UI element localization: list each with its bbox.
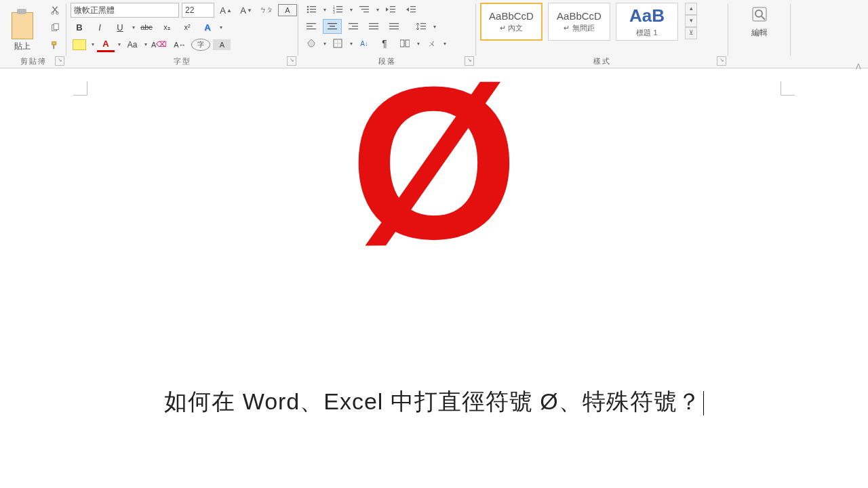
style-sample: AaB [629, 5, 665, 26]
align-right-icon[interactable] [344, 20, 362, 33]
align-left-icon[interactable] [302, 20, 320, 33]
svg-rect-18 [363, 12, 369, 12]
svg-rect-19 [390, 6, 395, 7]
diameter-symbol: Ø [61, 47, 807, 278]
svg-rect-34 [369, 23, 378, 24]
clipboard-group-label: 剪貼簿 [4, 55, 62, 66]
paste-label: 貼上 [4, 41, 41, 52]
svg-rect-39 [389, 28, 399, 29]
svg-rect-38 [389, 26, 399, 26]
document-text-line: 如何在 Word、Excel 中打直徑符號 Ø、特殊符號？ [61, 386, 807, 418]
phonetic-guide-icon[interactable]: ㄅㄆ [258, 3, 275, 17]
svg-text:3: 3 [333, 10, 335, 14]
bold-button[interactable]: B [71, 20, 88, 34]
styles-scroll-up-icon[interactable]: ▴ [685, 3, 697, 15]
decrease-indent-icon[interactable] [382, 3, 399, 16]
italic-button[interactable]: I [91, 20, 108, 34]
strike-button[interactable]: abc [138, 20, 155, 34]
justify-icon[interactable] [365, 20, 382, 33]
paste-button[interactable]: 貼上 [4, 3, 41, 52]
svg-point-6 [307, 9, 309, 11]
style-heading1[interactable]: AaB 標題 1 [616, 3, 678, 41]
svg-rect-37 [389, 23, 399, 24]
cut-icon[interactable] [46, 3, 64, 17]
svg-rect-13 [336, 9, 342, 9]
copy-icon[interactable] [46, 21, 64, 35]
svg-rect-42 [420, 28, 426, 29]
styles-expand-icon[interactable]: ⊻ [685, 27, 697, 39]
svg-rect-5 [310, 6, 316, 7]
svg-rect-24 [410, 12, 416, 12]
svg-rect-21 [390, 12, 395, 12]
styles-scroll-down-icon[interactable]: ▾ [685, 15, 697, 27]
svg-rect-30 [328, 28, 337, 29]
grow-font-icon[interactable]: A▲ [217, 3, 235, 17]
svg-rect-41 [420, 26, 426, 26]
svg-point-4 [307, 6, 309, 8]
svg-rect-3 [54, 23, 58, 29]
underline-button[interactable]: U [111, 20, 129, 34]
svg-rect-25 [307, 23, 316, 24]
svg-rect-29 [330, 26, 335, 26]
svg-point-47 [755, 10, 762, 17]
line-spacing-icon[interactable] [412, 20, 430, 33]
increase-indent-icon[interactable] [402, 3, 420, 16]
document-page[interactable]: Ø 如何在 Word、Excel 中打直徑符號 Ø、特殊符號？ [61, 75, 807, 481]
svg-rect-35 [369, 26, 378, 26]
distribute-icon[interactable] [385, 20, 403, 33]
editing-group-label: 編輯 [751, 27, 768, 39]
svg-rect-31 [349, 23, 358, 24]
svg-rect-23 [410, 9, 416, 9]
svg-rect-22 [410, 6, 416, 7]
svg-rect-40 [420, 23, 426, 24]
superscript-button[interactable]: x² [178, 20, 196, 34]
svg-rect-32 [352, 26, 358, 26]
find-button[interactable] [748, 3, 771, 26]
style-sample: AaBbCcD [489, 10, 534, 22]
svg-rect-36 [369, 28, 378, 29]
font-name-input[interactable] [71, 3, 179, 18]
multilevel-list-icon[interactable] [355, 3, 373, 16]
svg-rect-27 [307, 28, 316, 29]
style-name: ↵ 無間距 [564, 23, 594, 33]
bullets-icon[interactable] [302, 3, 320, 16]
text-effects-icon[interactable]: A [199, 20, 216, 34]
collapse-ribbon-icon[interactable]: ᐱ [856, 62, 861, 71]
svg-rect-7 [310, 9, 316, 9]
text-cursor-icon [703, 391, 704, 415]
svg-rect-26 [307, 26, 313, 26]
shrink-font-icon[interactable]: A▼ [237, 3, 255, 17]
svg-rect-9 [310, 12, 316, 12]
subscript-button[interactable]: x₂ [158, 20, 176, 34]
style-normal[interactable]: AaBbCcD ↵ 內文 [480, 3, 542, 41]
svg-rect-33 [349, 28, 358, 29]
svg-rect-20 [390, 9, 395, 9]
style-name: ↵ 內文 [500, 23, 523, 33]
svg-rect-28 [328, 23, 337, 24]
svg-rect-11 [336, 6, 342, 7]
svg-rect-17 [361, 9, 369, 9]
svg-rect-15 [336, 12, 342, 12]
style-name: 標題 1 [636, 28, 657, 38]
svg-rect-16 [359, 6, 369, 7]
numbering-icon[interactable]: 123 [329, 3, 347, 16]
style-nospacing[interactable]: AaBbCcD ↵ 無間距 [548, 3, 610, 41]
align-center-icon[interactable] [323, 19, 342, 34]
svg-point-8 [307, 12, 309, 14]
char-border-icon[interactable]: A [278, 4, 297, 16]
style-sample: AaBbCcD [557, 10, 601, 22]
font-size-input[interactable] [182, 3, 214, 18]
